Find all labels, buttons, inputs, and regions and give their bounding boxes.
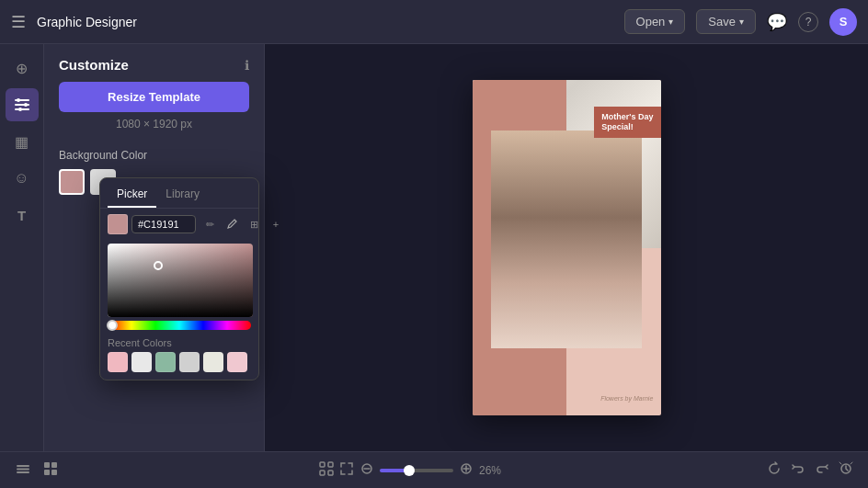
- card-title-line2: Special!: [601, 122, 653, 132]
- resize-template-button[interactable]: Resize Template: [59, 82, 249, 112]
- add-color-button[interactable]: +: [266, 214, 286, 234]
- svg-rect-16: [328, 471, 333, 475]
- zoom-out-button[interactable]: [360, 461, 374, 480]
- save-chevron-icon: ▾: [739, 17, 744, 27]
- svg-rect-15: [320, 471, 325, 475]
- card-footer: Flowers by Marnie: [566, 395, 653, 402]
- svg-rect-13: [320, 462, 325, 467]
- sidebar-header: Customize ℹ: [44, 44, 264, 82]
- card-photo: [491, 131, 642, 348]
- zoom-slider-thumb: [404, 465, 415, 476]
- svg-rect-8: [17, 471, 29, 473]
- history-icon[interactable]: [839, 461, 853, 480]
- svg-rect-11: [44, 470, 50, 475]
- icon-bar: ⊕ ▦ ☺ T: [0, 44, 44, 451]
- svg-rect-10: [51, 462, 57, 468]
- card-title-line1: Mother's Day: [601, 112, 653, 122]
- zoom-slider[interactable]: [380, 469, 453, 472]
- bottombar-left: [15, 460, 59, 481]
- svg-rect-7: [17, 468, 29, 470]
- recent-swatch-2[interactable]: [131, 352, 152, 372]
- hue-thumb: [107, 320, 118, 331]
- save-button[interactable]: Save ▾: [696, 9, 756, 34]
- sidebar-item-filters[interactable]: [6, 88, 39, 121]
- comment-icon[interactable]: 💬: [767, 12, 787, 32]
- hex-color-swatch: [108, 214, 128, 234]
- menu-icon[interactable]: ☰: [11, 12, 26, 32]
- edit-hex-button[interactable]: ✏: [200, 214, 220, 234]
- hex-actions: ✏ ⊞ +: [200, 214, 286, 234]
- grid-view-icon[interactable]: [42, 460, 59, 481]
- open-button[interactable]: Open ▾: [624, 9, 686, 34]
- hue-slider[interactable]: [108, 321, 251, 330]
- color-gradient-canvas[interactable]: [108, 244, 253, 317]
- recent-colors-label: Recent Colors: [100, 334, 258, 350]
- grid-button[interactable]: ⊞: [244, 214, 264, 234]
- gradient-background: [108, 244, 253, 317]
- card-photo-inner: [491, 131, 642, 348]
- fullscreen-button[interactable]: [339, 461, 354, 480]
- recent-swatch-5[interactable]: [203, 352, 223, 372]
- svg-rect-14: [328, 462, 333, 467]
- recent-swatch-4[interactable]: [179, 352, 200, 372]
- canvas-area[interactable]: Mother's Day Special! Flowers by Marnie: [265, 44, 868, 451]
- hex-input[interactable]: [131, 215, 196, 233]
- design-card: Mother's Day Special! Flowers by Marnie: [473, 80, 661, 415]
- sidebar-item-elements[interactable]: ⊕: [6, 51, 39, 85]
- user-avatar[interactable]: S: [829, 8, 857, 36]
- sidebar-item-text[interactable]: T: [6, 199, 39, 232]
- info-icon[interactable]: ℹ: [245, 58, 249, 73]
- recent-swatch-3[interactable]: [155, 352, 176, 372]
- main-area: ⊕ ▦ ☺ T Customize ℹ Resize Template 1080…: [0, 44, 868, 451]
- open-chevron-icon: ▾: [668, 17, 673, 27]
- zoom-percent-label: 26%: [479, 464, 507, 477]
- bottombar: 26%: [0, 451, 868, 488]
- topbar: ☰ Graphic Designer Open ▾ Save ▾ 💬 ? S: [0, 0, 868, 44]
- svg-rect-9: [44, 462, 50, 468]
- sidebar-item-people[interactable]: ☺: [6, 162, 39, 195]
- refresh-icon[interactable]: [767, 461, 782, 480]
- zoom-in-button[interactable]: [459, 461, 474, 480]
- sidebar-panel: Customize ℹ Resize Template 1080 × 1920 …: [44, 44, 265, 451]
- recent-colors-row: [100, 350, 258, 380]
- recent-swatch-6[interactable]: [227, 352, 247, 372]
- svg-point-3: [17, 98, 20, 102]
- bg-color-label: Background Color: [59, 149, 249, 162]
- tab-picker[interactable]: Picker: [108, 182, 156, 208]
- eyedropper-button[interactable]: [222, 214, 242, 234]
- svg-point-5: [18, 108, 22, 111]
- tab-library[interactable]: Library: [156, 182, 209, 208]
- color-picker-popup: Picker Library ✏ ⊞ +: [99, 177, 259, 380]
- svg-point-4: [24, 103, 28, 107]
- bottombar-right: [767, 461, 853, 480]
- recent-swatch-1[interactable]: [108, 352, 128, 372]
- undo-icon[interactable]: [791, 461, 805, 480]
- topbar-icons: 💬 ? S: [767, 8, 857, 36]
- layers-icon[interactable]: [15, 460, 31, 481]
- svg-rect-12: [51, 470, 57, 475]
- redo-icon[interactable]: [815, 461, 829, 480]
- fit-screen-button[interactable]: [319, 461, 334, 480]
- app-title: Graphic Designer: [37, 15, 613, 29]
- card-text-box: Mother's Day Special!: [594, 107, 660, 138]
- picker-tabs: Picker Library: [100, 178, 258, 209]
- active-color-swatch[interactable]: [59, 169, 85, 195]
- sidebar-item-grid[interactable]: ▦: [6, 125, 39, 158]
- card-footer-text: Flowers by Marnie: [566, 395, 653, 402]
- svg-rect-6: [17, 465, 29, 467]
- zoom-controls: 26%: [319, 461, 507, 480]
- help-icon[interactable]: ?: [798, 12, 818, 32]
- customize-title: Customize: [59, 57, 129, 73]
- template-size-label: 1080 × 1920 px: [44, 118, 264, 131]
- hex-row: ✏ ⊞ +: [100, 209, 258, 240]
